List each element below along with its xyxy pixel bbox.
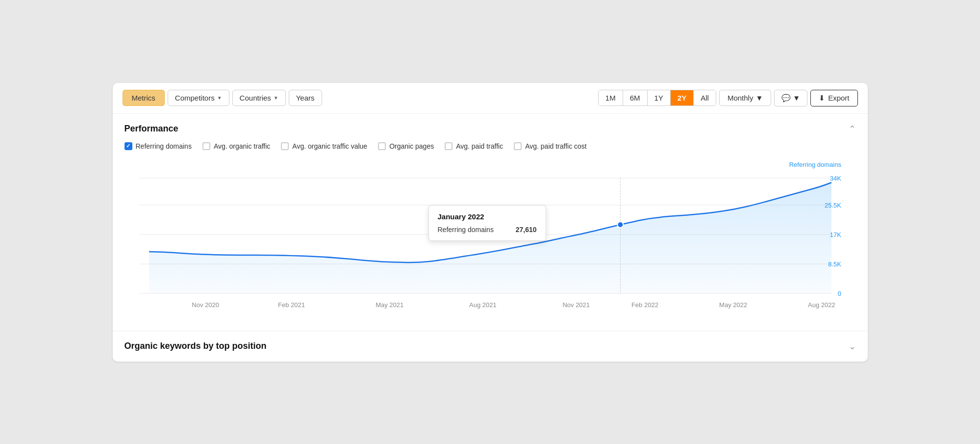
metric-avg-organic-traffic[interactable]: Avg. organic traffic	[202, 142, 270, 150]
countries-arrow-icon: ▼	[274, 95, 278, 101]
competitors-arrow-icon: ▼	[217, 95, 222, 101]
svg-text:Nov 2021: Nov 2021	[562, 301, 590, 309]
performance-section: Performance ⌃ Referring domains Avg. org…	[113, 114, 868, 323]
toolbar-left: Metrics Competitors ▼ Countries ▼ Years	[123, 90, 322, 106]
svg-text:Referring domains: Referring domains	[789, 161, 841, 168]
checkbox-referring-domains[interactable]	[125, 142, 132, 150]
svg-text:0: 0	[837, 290, 841, 297]
time-all-button[interactable]: All	[694, 90, 716, 105]
time-period-group: 1M 6M 1Y 2Y All	[598, 90, 716, 106]
svg-point-12	[617, 222, 623, 228]
performance-title: Performance	[125, 124, 178, 134]
metrics-button[interactable]: Metrics	[123, 90, 165, 106]
checkbox-avg-paid-cost[interactable]	[514, 142, 522, 150]
metric-organic-pages[interactable]: Organic pages	[378, 142, 434, 150]
comment-button[interactable]: 💬 ▼	[774, 90, 807, 106]
expand-organic-keywords-icon[interactable]: ⌄	[849, 341, 856, 352]
monthly-arrow-icon: ▼	[755, 94, 763, 102]
metric-avg-paid-cost[interactable]: Avg. paid traffic cost	[514, 142, 587, 150]
svg-text:34K: 34K	[829, 175, 841, 182]
time-6m-button[interactable]: 6M	[623, 90, 648, 105]
toolbar-right: 1M 6M 1Y 2Y All Monthly ▼ 💬 ▼ ⬇ Export	[598, 90, 858, 106]
chart-svg: Referring domains 34K 25.5K 17K 8.5K 0	[125, 156, 856, 323]
svg-text:May 2022: May 2022	[719, 301, 747, 309]
performance-header: Performance ⌃	[125, 124, 856, 134]
chart-container: Referring domains 34K 25.5K 17K 8.5K 0	[125, 156, 856, 323]
time-1y-button[interactable]: 1Y	[648, 90, 671, 105]
years-button[interactable]: Years	[289, 90, 322, 106]
main-card: Metrics Competitors ▼ Countries ▼ Years …	[113, 83, 868, 362]
comment-arrow-icon: ▼	[793, 94, 800, 102]
organic-keywords-section: Organic keywords by top position ⌄	[113, 331, 868, 362]
svg-text:Feb 2022: Feb 2022	[631, 301, 658, 309]
svg-text:May 2021: May 2021	[376, 301, 403, 309]
metric-referring-domains[interactable]: Referring domains	[125, 142, 192, 150]
checkbox-avg-paid-traffic[interactable]	[445, 142, 452, 150]
collapse-performance-icon[interactable]: ⌃	[849, 124, 856, 134]
comment-icon: 💬	[781, 94, 791, 103]
time-2y-button[interactable]: 2Y	[671, 90, 694, 105]
time-1m-button[interactable]: 1M	[599, 90, 623, 105]
checkbox-avg-organic-value[interactable]	[281, 142, 289, 150]
organic-keywords-title: Organic keywords by top position	[125, 341, 267, 351]
metrics-row: Referring domains Avg. organic traffic A…	[125, 142, 856, 150]
svg-text:Aug 2021: Aug 2021	[469, 301, 497, 309]
checkbox-organic-pages[interactable]	[378, 142, 386, 150]
countries-button[interactable]: Countries ▼	[232, 90, 286, 106]
svg-text:Nov 2020: Nov 2020	[192, 301, 219, 309]
toolbar: Metrics Competitors ▼ Countries ▼ Years …	[113, 83, 868, 114]
checkbox-avg-organic-traffic[interactable]	[202, 142, 210, 150]
competitors-button[interactable]: Competitors ▼	[168, 90, 229, 106]
svg-text:Feb 2021: Feb 2021	[277, 301, 304, 309]
export-button[interactable]: ⬇ Export	[810, 90, 857, 106]
metric-avg-organic-value[interactable]: Avg. organic traffic value	[281, 142, 367, 150]
monthly-button[interactable]: Monthly ▼	[719, 90, 771, 106]
metric-avg-paid-traffic[interactable]: Avg. paid traffic	[445, 142, 503, 150]
export-icon: ⬇	[819, 94, 825, 103]
svg-text:Aug 2022: Aug 2022	[808, 301, 835, 309]
svg-text:17K: 17K	[829, 231, 841, 238]
